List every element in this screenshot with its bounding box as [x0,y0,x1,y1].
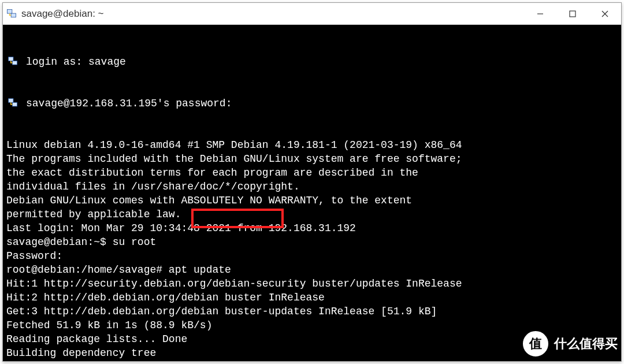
login-prompt: login as: savage [26,55,126,69]
watermark: 值 什么值得买 [522,330,618,358]
terminal-line: Debian GNU/Linux comes with ABSOLUTELY N… [6,194,618,207]
terminal-window: savage@debian: ~ ▴ ▾ [2,2,622,362]
svg-rect-8 [9,99,13,103]
titlebar[interactable]: savage@debian: ~ [3,3,621,25]
terminal-line: the exact distribution terms for each pr… [6,166,618,180]
svg-rect-9 [12,102,17,106]
terminal-line: Hit:2 http://deb.debian.org/debian buste… [6,291,618,304]
password-prompt: savage@192.168.31.195's password: [26,96,232,110]
putty-terminals-icon [6,56,23,68]
window-title: savage@debian: ~ [21,8,104,20]
app-icon [5,8,18,20]
terminal-line: root@debian:/home/savage# apt update [6,263,618,277]
terminal-line: Password: [6,249,618,263]
svg-rect-6 [9,57,13,61]
terminal-line: Reading state information... Done [6,360,618,361]
putty-terminals-icon [6,98,23,109]
terminal-line: Linux debian 4.19.0-16-amd64 #1 SMP Debi… [6,138,618,152]
terminal-line: individual files in /usr/share/doc/*/cop… [6,180,618,194]
svg-rect-3 [570,11,575,17]
window-controls [524,3,621,24]
terminal-line: Hit:1 http://security.debian.org/debian-… [6,277,618,291]
svg-rect-1 [11,13,16,17]
terminal-line: savage@debian:~$ su root [6,235,618,249]
title-left: savage@debian: ~ [3,8,104,20]
close-button[interactable] [589,3,621,24]
terminal-line: The programs included with the Debian GN… [6,152,618,166]
maximize-button[interactable] [556,3,589,24]
terminal-line: Get:3 http://deb.debian.org/debian buste… [6,304,618,318]
minimize-button[interactable] [524,3,556,24]
terminal-output[interactable]: login as: savage savage@192.168.31.195's… [3,25,621,361]
svg-rect-7 [12,61,17,65]
svg-rect-0 [8,9,12,13]
watermark-badge-icon: 值 [522,330,549,358]
watermark-text: 什么值得买 [554,335,618,352]
terminal-line: savage@192.168.31.195's password: [6,96,618,110]
terminal-line: permitted by applicable law. [6,207,618,221]
terminal-line: Last login: Mon Mar 29 10:34:48 2021 fro… [6,221,618,235]
terminal-line: login as: savage [6,55,618,69]
